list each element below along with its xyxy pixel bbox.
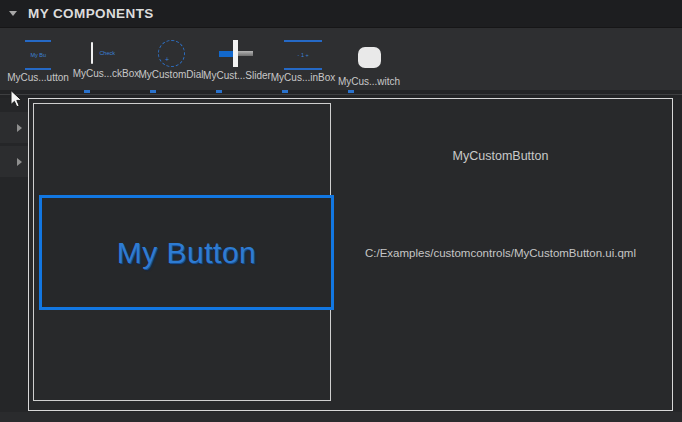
my-button-preview-text: My Button bbox=[117, 236, 257, 270]
spinbox-top-line bbox=[284, 40, 322, 42]
dial-circle bbox=[158, 40, 185, 67]
checkbox-mini-text: Check bbox=[99, 50, 115, 56]
section-title: MY COMPONENTS bbox=[28, 6, 154, 21]
section-header-my-components[interactable]: MY COMPONENTS bbox=[0, 0, 682, 28]
component-label: MyCus...inBox bbox=[271, 72, 335, 83]
peeking-component-icon bbox=[150, 90, 156, 93]
bottom-edge-band bbox=[0, 412, 682, 422]
custom-button-thumbnail-icon: My Bu bbox=[25, 40, 51, 70]
component-item-mycustomcheckbox[interactable]: Check MyCus...ckBox bbox=[73, 28, 139, 90]
component-label: MyCust...Slider bbox=[203, 70, 271, 81]
custom-switch-thumbnail-icon bbox=[358, 40, 381, 74]
my-button-preview: My Button bbox=[39, 195, 334, 310]
component-item-mycustombutton[interactable]: My Bu MyCus...utton bbox=[5, 28, 71, 90]
tooltip-info-pane: MyCustomButton C:/Examples/customcontrol… bbox=[331, 99, 670, 410]
component-preview-tooltip: My Button MyCustomButton C:/Examples/cus… bbox=[28, 98, 673, 411]
component-label: MyCus...ckBox bbox=[73, 68, 140, 79]
second-row-strip bbox=[0, 90, 682, 98]
component-file-path: C:/Examples/customcontrols/MyCustomButto… bbox=[331, 247, 670, 259]
custom-slider-thumbnail-icon bbox=[219, 40, 255, 68]
preview-frame: My Button bbox=[33, 103, 331, 401]
peeking-component-icon bbox=[282, 90, 288, 93]
custom-checkbox-thumbnail-icon: Check bbox=[91, 40, 121, 66]
component-item-mycustomslider[interactable]: MyCust...Slider bbox=[204, 28, 270, 90]
component-label: MyCus...utton bbox=[7, 72, 69, 83]
component-label: MyCus...witch bbox=[338, 76, 400, 87]
my-components-panel: MY COMPONENTS My Bu MyCus...utton Check … bbox=[0, 0, 682, 422]
peeking-component-icon bbox=[216, 90, 222, 93]
component-name: MyCustomButton bbox=[331, 149, 670, 163]
switch-knob bbox=[358, 47, 381, 68]
component-label: MyCustomDial bbox=[138, 69, 203, 80]
checkbox-indicator bbox=[91, 42, 93, 64]
peeking-component-icon bbox=[84, 90, 90, 93]
custom-spinbox-thumbnail-icon: - 1 + bbox=[284, 40, 322, 70]
slider-handle bbox=[233, 40, 238, 67]
dial-plus-mark: + bbox=[164, 57, 168, 64]
button-mini-text: My Bu bbox=[30, 52, 46, 58]
spinbox-mini-text: - 1 + bbox=[297, 52, 308, 58]
component-item-mycustomspinbox[interactable]: - 1 + MyCus...inBox bbox=[270, 28, 336, 90]
expand-caret-icon bbox=[17, 158, 22, 166]
collapsed-category-row-1[interactable] bbox=[0, 112, 28, 143]
button-bottom-line bbox=[25, 68, 51, 70]
component-grid: My Bu MyCus...utton Check MyCus...ckBox … bbox=[0, 28, 682, 90]
component-item-mycustomswitch[interactable]: MyCus...witch bbox=[336, 28, 402, 90]
custom-dial-thumbnail-icon: + bbox=[158, 40, 185, 67]
mouse-cursor-icon bbox=[10, 90, 24, 110]
peeking-component-icon bbox=[348, 90, 354, 93]
expand-caret-icon bbox=[17, 124, 22, 132]
slider-empty-track bbox=[236, 51, 253, 56]
spinbox-bottom-line bbox=[284, 68, 322, 70]
collapse-caret-icon[interactable] bbox=[9, 11, 17, 16]
row-separator-line bbox=[0, 94, 682, 95]
button-top-line bbox=[25, 40, 51, 42]
component-item-mycustomdial[interactable]: + MyCustomDial bbox=[138, 28, 204, 90]
collapsed-category-row-2[interactable] bbox=[0, 146, 28, 177]
